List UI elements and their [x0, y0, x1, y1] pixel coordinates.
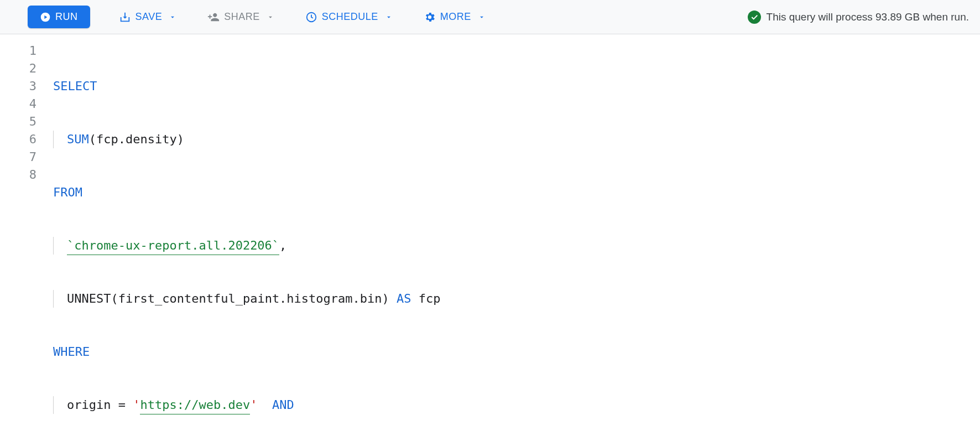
check-circle-icon — [748, 11, 761, 24]
line-gutter: 1 2 3 4 5 6 7 8 — [0, 34, 48, 446]
schedule-button[interactable]: SCHEDULE — [303, 7, 395, 28]
clock-icon — [305, 11, 317, 23]
schedule-button-label: SCHEDULE — [322, 11, 378, 23]
run-button[interactable]: RUN — [28, 6, 90, 28]
save-button-label: SAVE — [135, 11, 163, 23]
gear-icon — [424, 11, 436, 23]
toolbar: RUN SAVE SHARE SCHEDULE MORE — [0, 0, 980, 34]
chevron-down-icon — [385, 13, 393, 21]
more-button[interactable]: MORE — [421, 7, 488, 28]
chevron-down-icon — [267, 13, 274, 21]
sql-editor[interactable]: 1 2 3 4 5 6 7 8 SELECT SUM(fcp.density) … — [0, 34, 980, 446]
share-button[interactable]: SHARE — [205, 7, 277, 28]
chevron-down-icon — [478, 13, 486, 21]
query-status-text: This query will process 93.89 GB when ru… — [767, 11, 969, 23]
query-status: This query will process 93.89 GB when ru… — [748, 11, 969, 24]
save-button[interactable]: SAVE — [117, 7, 179, 28]
person-add-icon — [207, 11, 220, 23]
chevron-down-icon — [169, 13, 176, 21]
play-icon — [40, 12, 51, 23]
code-area[interactable]: SELECT SUM(fcp.density) FROM `chrome-ux-… — [48, 34, 980, 446]
run-button-label: RUN — [55, 11, 78, 23]
save-icon — [119, 11, 131, 23]
share-button-label: SHARE — [224, 11, 260, 23]
more-button-label: MORE — [440, 11, 471, 23]
